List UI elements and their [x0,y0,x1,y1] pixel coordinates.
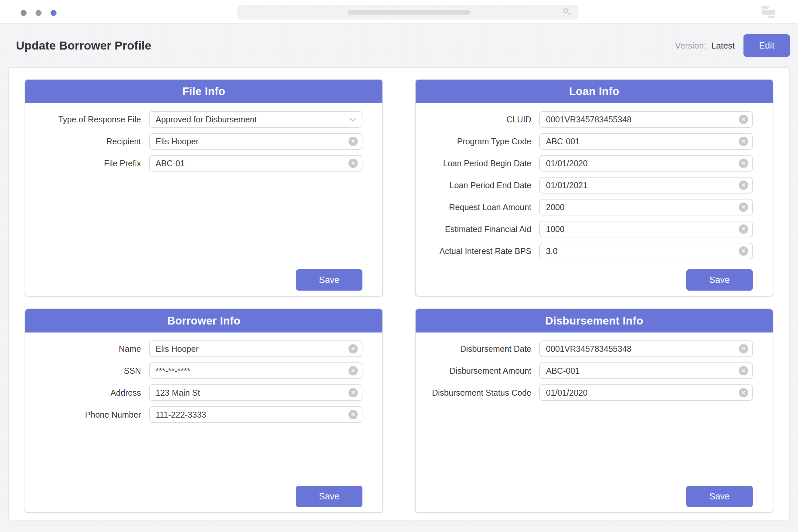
field-value: ABC-01 [156,158,185,168]
save-button-disbursement-info[interactable]: Save [686,486,753,507]
clear-icon[interactable]: ✕ [739,180,748,190]
window-dot-2[interactable] [36,10,41,16]
card-header: Disbursement Info [416,309,773,332]
field-label: SSN [37,366,141,376]
input-loan-period-begin-date[interactable]: 01/01/2020 ✕ [539,155,753,172]
input-ssn[interactable]: ***-**-**** ✕ [149,362,362,379]
field-value: 0001VR345783455348 [546,115,631,125]
field-value: 01/01/2021 [546,180,588,190]
save-row: Save [25,269,382,296]
field-name: Name Elis Hooper ✕ [25,341,382,357]
address-search-bar[interactable] [237,5,578,20]
field-label: Request Loan Amount [428,203,531,212]
save-button-file-info[interactable]: Save [296,269,362,291]
card-grid: File Info Type of Response File Approved… [25,79,773,513]
card-title: Borrower Info [167,315,241,327]
select-type-of-response-file[interactable]: Approved for Disbursement [149,111,362,128]
clear-icon[interactable]: ✕ [739,203,748,212]
field-label: Address [37,388,141,398]
clear-icon[interactable]: ✕ [739,388,748,397]
clear-icon[interactable]: ✕ [739,137,748,146]
clear-icon[interactable]: ✕ [348,158,358,168]
edit-button[interactable]: Edit [743,34,790,57]
field-label: File Prefix [37,158,141,168]
input-cluid[interactable]: 0001VR345783455348 ✕ [539,111,753,128]
input-recipient[interactable]: Elis Hooper ✕ [149,133,362,150]
card-title: File Info [182,85,225,98]
save-row: Save [25,486,382,512]
field-loan-period-end-date: Loan Period End Date 01/01/2021 ✕ [416,177,773,193]
field-value: 1000 [546,225,565,234]
input-name[interactable]: Elis Hooper ✕ [149,341,362,357]
clear-icon[interactable]: ✕ [348,344,358,354]
input-actual-interest-rate-bps[interactable]: 3.0 ✕ [539,243,753,259]
input-phone-number[interactable]: 111-222-3333 ✕ [149,406,362,423]
field-label: Disbursement Status Code [428,388,531,398]
clear-icon[interactable]: ✕ [739,115,748,124]
save-row: Save [416,269,773,296]
input-program-type-code[interactable]: ABC-001 ✕ [539,133,753,150]
page-header: Update Borrower Profile Version: Latest … [0,24,798,67]
field-recipient: Recipient Elis Hooper ✕ [25,133,382,150]
field-value: 01/01/2020 [546,158,588,168]
clear-icon[interactable]: ✕ [348,366,358,375]
field-loan-period-begin-date: Loan Period Begin Date 01/01/2020 ✕ [416,155,773,172]
save-button-borrower-info[interactable]: Save [296,486,362,507]
clear-icon[interactable]: ✕ [739,246,748,256]
field-label: Type of Response File [37,115,141,125]
input-address[interactable]: 123 Main St ✕ [149,384,362,401]
address-placeholder-bar [347,10,471,15]
app-menu-icon[interactable] [761,6,777,18]
clear-icon[interactable]: ✕ [348,410,358,419]
field-value: ABC-001 [546,137,580,146]
clear-icon[interactable]: ✕ [348,137,358,146]
field-value: 123 Main St [156,388,200,398]
field-label: Disbursement Date [428,344,531,354]
browser-topbar [0,0,798,24]
field-value: 01/01/2020 [546,388,588,398]
card-file-info: File Info Type of Response File Approved… [25,79,383,297]
card-fields: Name Elis Hooper ✕ SSN ***-**-**** ✕ Add… [25,332,382,423]
field-phone-number: Phone Number 111-222-3333 ✕ [25,406,382,423]
input-disbursement-date[interactable]: 0001VR345783455348 ✕ [539,341,753,357]
field-value: Approved for Disbursement [156,115,257,125]
clear-icon[interactable]: ✕ [348,388,358,397]
field-actual-interest-rate-bps: Actual Interest Rate BPS 3.0 ✕ [416,243,773,259]
input-file-prefix[interactable]: ABC-01 ✕ [149,155,362,172]
window-dot-3[interactable] [51,10,57,16]
save-button-loan-info[interactable]: Save [686,269,753,291]
field-label: CLUID [428,115,531,125]
clear-icon[interactable]: ✕ [739,366,748,375]
search-icon[interactable] [563,8,571,16]
card-fields: Type of Response File Approved for Disbu… [25,103,382,172]
field-label: Recipient [37,137,141,146]
clear-icon[interactable]: ✕ [739,344,748,354]
card-disbursement-info: Disbursement Info Disbursement Date 0001… [415,308,773,513]
input-disbursement-amount[interactable]: ABC-001 ✕ [539,362,753,379]
card-header: File Info [25,80,382,103]
field-value: ABC-001 [546,366,580,376]
clear-icon[interactable]: ✕ [739,225,748,234]
input-loan-period-end-date[interactable]: 01/01/2021 ✕ [539,177,753,193]
field-label: Actual Interest Rate BPS [428,246,531,256]
input-estimated-financial-aid[interactable]: 1000 ✕ [539,221,753,238]
window-dot-1[interactable] [21,10,26,16]
input-disbursement-status-code[interactable]: 01/01/2020 ✕ [539,384,753,401]
field-type-of-response-file: Type of Response File Approved for Disbu… [25,111,382,128]
field-label: Estimated Financial Aid [428,225,531,234]
card-borrower-info: Borrower Info Name Elis Hooper ✕ SSN ***… [25,308,383,513]
window-controls [21,10,57,16]
card-fields: Disbursement Date 0001VR345783455348 ✕ D… [416,332,773,401]
clear-icon[interactable]: ✕ [739,158,748,168]
version-value: Latest [711,41,735,51]
field-value: 0001VR345783455348 [546,344,631,354]
card-header: Loan Info [416,80,773,103]
field-label: Name [37,344,141,354]
field-label: Phone Number [37,410,141,420]
field-value: ***-**-**** [156,366,190,376]
field-value: 3.0 [546,246,557,256]
field-value: Elis Hooper [156,344,198,354]
field-label: Loan Period Begin Date [428,158,531,168]
field-request-loan-amount: Request Loan Amount 2000 ✕ [416,199,773,215]
input-request-loan-amount[interactable]: 2000 ✕ [539,199,753,215]
